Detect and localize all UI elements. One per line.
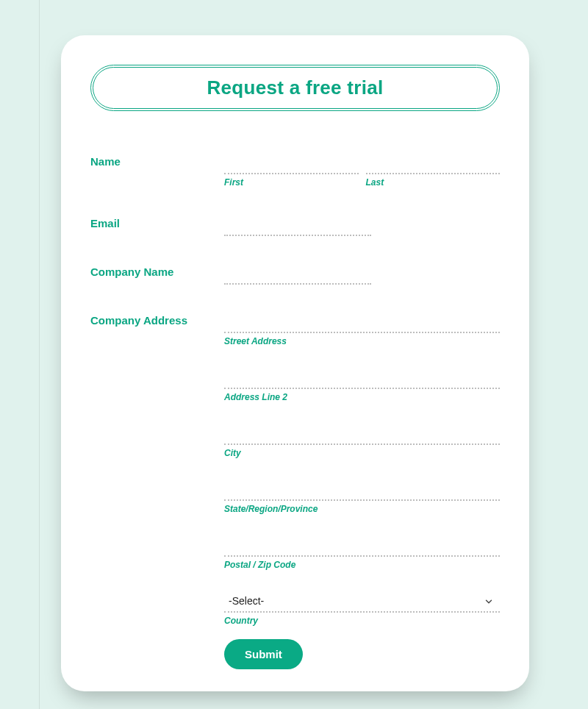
title-frame: Request a free trial bbox=[90, 65, 500, 111]
street-input[interactable] bbox=[224, 313, 500, 333]
last-name-input[interactable] bbox=[366, 154, 501, 174]
postal-wrap: Postal / Zip Code bbox=[224, 536, 500, 570]
first-name-wrap: First bbox=[224, 154, 359, 188]
row-name: Name First Last bbox=[90, 154, 500, 188]
city-sublabel: City bbox=[224, 448, 500, 458]
name-fields: First Last bbox=[224, 154, 500, 188]
request-trial-card: Request a free trial Name First Last bbox=[61, 35, 529, 691]
line2-sublabel: Address Line 2 bbox=[224, 392, 500, 402]
first-name-input[interactable] bbox=[224, 154, 359, 174]
chevron-down-icon bbox=[484, 596, 494, 609]
address-fields: Street Address Address Line 2 City State… bbox=[224, 313, 500, 626]
state-input[interactable] bbox=[224, 480, 500, 501]
vertical-divider bbox=[39, 0, 40, 709]
email-input[interactable] bbox=[224, 215, 371, 236]
company-name-input[interactable] bbox=[224, 264, 371, 285]
email-field-wrap bbox=[224, 215, 500, 236]
first-name-sublabel: First bbox=[224, 177, 359, 188]
postal-sublabel: Postal / Zip Code bbox=[224, 560, 500, 570]
name-label: Name bbox=[90, 154, 224, 188]
company-name-label: Company Name bbox=[90, 264, 224, 285]
email-label: Email bbox=[90, 215, 224, 236]
row-company-name: Company Name bbox=[90, 264, 500, 285]
last-name-sublabel: Last bbox=[366, 177, 501, 188]
country-wrap: -Select- Country bbox=[224, 592, 500, 626]
trial-form: Name First Last Email bbox=[90, 154, 500, 669]
street-sublabel: Street Address bbox=[224, 336, 500, 346]
line2-wrap: Address Line 2 bbox=[224, 368, 500, 402]
row-company-address: Company Address Street Address Address L… bbox=[90, 313, 500, 626]
company-address-label: Company Address bbox=[90, 313, 224, 626]
country-select[interactable]: -Select- bbox=[224, 592, 500, 613]
country-sublabel: Country bbox=[224, 616, 500, 626]
country-selected-value: -Select- bbox=[229, 595, 264, 607]
city-wrap: City bbox=[224, 424, 500, 458]
submit-button[interactable]: Submit bbox=[224, 639, 303, 669]
line2-input[interactable] bbox=[224, 368, 500, 389]
last-name-wrap: Last bbox=[366, 154, 501, 188]
row-email: Email bbox=[90, 215, 500, 236]
company-name-field-wrap bbox=[224, 264, 500, 285]
form-title: Request a free trial bbox=[93, 76, 497, 99]
street-wrap: Street Address bbox=[224, 313, 500, 346]
submit-wrap: Submit bbox=[224, 639, 500, 669]
state-sublabel: State/Region/Province bbox=[224, 504, 500, 514]
city-input[interactable] bbox=[224, 424, 500, 445]
title-inner: Request a free trial bbox=[93, 67, 498, 109]
state-wrap: State/Region/Province bbox=[224, 480, 500, 514]
postal-input[interactable] bbox=[224, 536, 500, 557]
